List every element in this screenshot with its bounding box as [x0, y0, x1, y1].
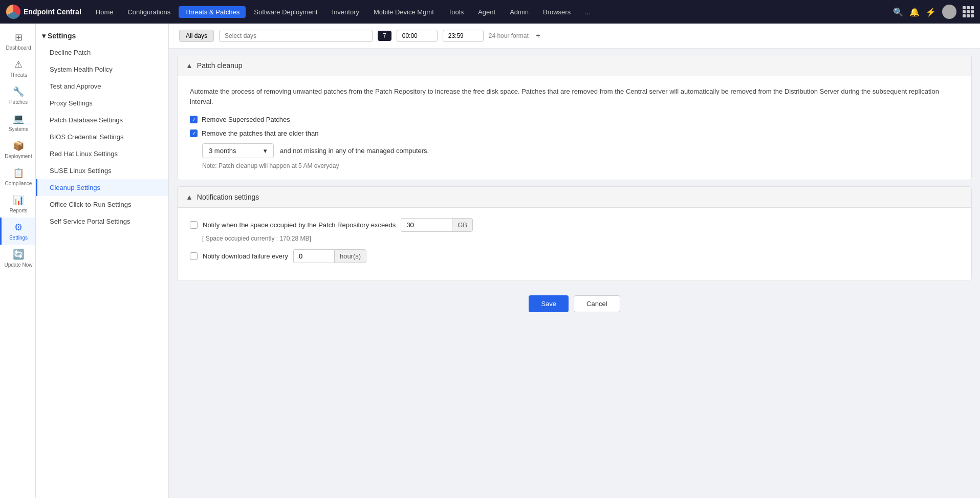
lightning-icon[interactable]: ⚡ [926, 7, 936, 17]
after-dropdown-text: and not missing in any of the managed co… [280, 147, 429, 155]
settings-nav-suse[interactable]: SUSE Linux Settings [36, 162, 168, 179]
nav-mobile-device[interactable]: Mobile Device Mgmt [367, 6, 440, 18]
remove-superseded-label: Remove Superseded Patches [202, 116, 290, 123]
settings-nav-bios[interactable]: BIOS Credential Settings [36, 128, 168, 145]
sidebar-item-deployment[interactable]: 📦 Deployment [0, 136, 35, 163]
notify-download-checkbox[interactable] [190, 252, 198, 260]
sidebar-item-label: Reports [9, 208, 27, 213]
cancel-button[interactable]: Cancel [574, 295, 620, 312]
nav-browsers[interactable]: Browsers [537, 6, 577, 18]
settings-nav-proxy[interactable]: Proxy Settings [36, 95, 168, 112]
main-content: All days 7 24 hour format + ▲ Patch clea… [169, 24, 980, 498]
month-select-value: 3 months [209, 147, 236, 155]
avatar[interactable] [942, 5, 956, 19]
systems-icon: 💻 [13, 113, 24, 124]
notify-exceed-row: Notify when the space occupied by the Pa… [190, 218, 959, 232]
hours-unit: hour(s) [334, 249, 366, 263]
collapse-icon[interactable]: ▲ [186, 61, 193, 70]
all-days-button[interactable]: All days [179, 30, 214, 42]
sidebar-item-label: Compliance [5, 181, 32, 186]
update-icon: 🔄 [13, 249, 24, 260]
dashboard-icon: ⊞ [15, 32, 23, 43]
patch-cleanup-body: Automate the process of removing unwante… [178, 76, 971, 180]
notify-exceed-label: Notify when the space occupied by the Pa… [203, 221, 396, 229]
sidebar-item-systems[interactable]: 💻 Systems [0, 109, 35, 136]
patch-cleanup-title: Patch cleanup [197, 61, 243, 70]
notify-download-input[interactable] [293, 249, 334, 263]
save-button[interactable]: Save [529, 295, 569, 312]
nav-more[interactable]: ... [579, 6, 597, 18]
remove-older-checkbox[interactable] [190, 129, 198, 137]
nav-home[interactable]: Home [90, 6, 120, 18]
logo-icon [6, 5, 20, 19]
settings-nav-self-service[interactable]: Self Service Portal Settings [36, 213, 168, 230]
sidebar-item-patches[interactable]: 🔧 Patches [0, 82, 35, 109]
sidebar-item-compliance[interactable]: 📋 Compliance [0, 163, 35, 190]
select-days-input[interactable] [219, 30, 373, 42]
chevron-down-icon: ▾ [42, 32, 46, 40]
notify-exceed-checkbox[interactable] [190, 221, 198, 229]
chevron-down-icon: ▾ [264, 147, 267, 155]
patch-cleanup-description: Automate the process of removing unwante… [190, 86, 959, 106]
sidebar-item-dashboard[interactable]: ⊞ Dashboard [0, 28, 35, 55]
settings-nav-office-click[interactable]: Office Click-to-Run Settings [36, 196, 168, 213]
checkbox-remove-older-row: Remove the patches that are older than [190, 129, 959, 137]
threats-icon: ⚠ [14, 59, 23, 70]
sidebar-item-label: Dashboard [6, 45, 31, 51]
patch-cleanup-panel: ▲ Patch cleanup Automate the process of … [177, 55, 972, 180]
compliance-icon: 📋 [13, 167, 24, 179]
notification-settings-panel: ▲ Notification settings Notify when the … [177, 186, 972, 281]
add-time-button[interactable]: + [536, 31, 540, 40]
action-bar: Save Cancel [169, 287, 980, 320]
reports-icon: 📊 [13, 194, 24, 206]
nav-agent[interactable]: Agent [472, 6, 502, 18]
grid-icon[interactable] [963, 6, 974, 17]
notification-settings-header: ▲ Notification settings [178, 187, 971, 208]
nav-admin[interactable]: Admin [504, 6, 535, 18]
sidebar-item-reports[interactable]: 📊 Reports [0, 190, 35, 218]
settings-nav-system-health[interactable]: System Health Policy [36, 61, 168, 78]
nav-threats-patches[interactable]: Threats & Patches [179, 6, 246, 18]
sidebar-item-settings[interactable]: ⚙ Settings [0, 218, 35, 245]
month-row: 3 months ▾ and not missing in any of the… [202, 143, 959, 158]
notification-settings-title: Notification settings [197, 193, 259, 201]
sidebar-item-label: Deployment [5, 154, 32, 159]
remove-superseded-checkbox[interactable] [190, 116, 198, 123]
settings-nav-redhat[interactable]: Red Hat Linux Settings [36, 145, 168, 162]
settings-sidebar-title: Settings [48, 32, 76, 40]
settings-sidebar-header[interactable]: ▾ Settings [36, 28, 168, 44]
notify-exceed-input[interactable] [401, 218, 452, 232]
checkbox-remove-superseded-row: Remove Superseded Patches [190, 116, 959, 123]
remove-older-label: Remove the patches that are older than [202, 129, 318, 137]
notify-download-label: Notify download failure every [203, 252, 288, 260]
settings-sidebar: ▾ Settings Decline Patch System Health P… [36, 24, 169, 498]
nav-inventory[interactable]: Inventory [326, 6, 365, 18]
gb-unit: GB [452, 218, 473, 232]
sidebar-item-label: Threats [10, 72, 27, 78]
nav-software-deployment[interactable]: Software Deployment [248, 6, 323, 18]
deployment-icon: 📦 [13, 140, 24, 151]
patches-icon: 🔧 [13, 86, 24, 97]
topnav-icons: 🔍 🔔 ⚡ [893, 5, 974, 19]
settings-nav-patch-db[interactable]: Patch Database Settings [36, 112, 168, 128]
top-navigation: Endpoint Central Home Configurations Thr… [0, 0, 980, 24]
end-time-input[interactable] [443, 30, 484, 42]
sidebar-item-label: Settings [9, 235, 28, 241]
patch-cleanup-header: ▲ Patch cleanup [178, 55, 971, 76]
search-icon[interactable]: 🔍 [893, 7, 903, 17]
settings-nav-decline-patch[interactable]: Decline Patch [36, 44, 168, 61]
nav-configurations[interactable]: Configurations [121, 6, 177, 18]
sidebar-item-update-now[interactable]: 🔄 Update Now [0, 245, 35, 272]
space-note: [ Space occupied currently : 170.28 MB] [202, 235, 959, 242]
settings-nav-cleanup[interactable]: Cleanup Settings [36, 179, 168, 196]
sidebar-item-threats[interactable]: ⚠ Threats [0, 55, 35, 82]
bell-icon[interactable]: 🔔 [909, 7, 920, 17]
notify-exceed-input-group: GB [401, 218, 473, 232]
month-select-dropdown[interactable]: 3 months ▾ [202, 143, 274, 158]
collapse-icon[interactable]: ▲ [186, 193, 193, 201]
start-time-input[interactable] [397, 30, 438, 42]
patch-cleanup-note: Note: Patch cleanup will happen at 5 AM … [202, 162, 959, 169]
sidebar-item-label: Update Now [4, 262, 32, 268]
nav-tools[interactable]: Tools [442, 6, 470, 18]
settings-nav-test-approve[interactable]: Test and Approve [36, 78, 168, 95]
